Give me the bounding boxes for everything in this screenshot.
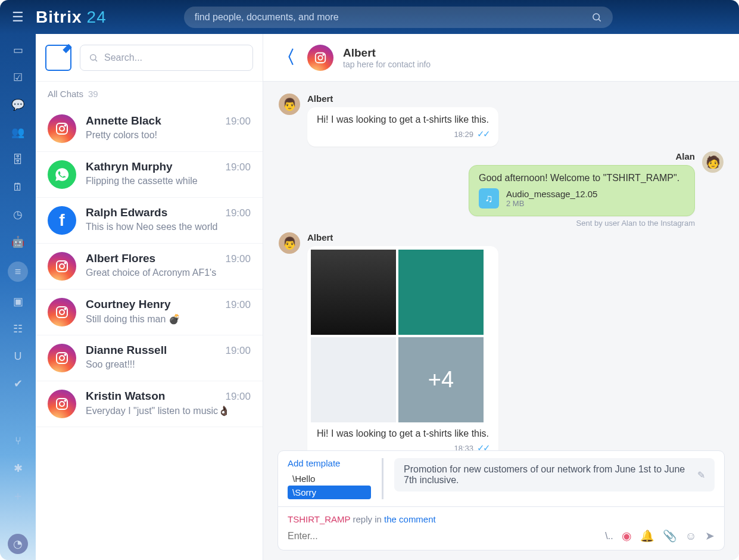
rail-feed-icon[interactable]: ▭: [8, 42, 28, 58]
chat-item[interactable]: Albert Flores19:00 Great choice of Acron…: [36, 244, 263, 290]
sender-avatar: 👨: [279, 94, 300, 115]
chat-time: 19:00: [225, 253, 251, 265]
rail-chat-icon[interactable]: 💬: [8, 97, 28, 113]
rail-contact-icon[interactable]: ☷: [8, 321, 28, 337]
template-preview-text: Promotion for new customers of our netwo…: [404, 464, 691, 486]
template-trigger-icon[interactable]: \..: [605, 531, 613, 542]
rail-check-icon[interactable]: ✔: [8, 376, 28, 391]
reply-brand: TSHIRT_RAMP: [288, 514, 350, 524]
svg-point-15: [65, 354, 66, 356]
image-thumbnail[interactable]: [311, 250, 396, 335]
brand-logo[interactable]: Bitrix 24: [36, 8, 107, 27]
rail-sitemap-icon[interactable]: ⑂: [8, 433, 28, 449]
chat-filter-row[interactable]: All Chats 39: [36, 82, 263, 106]
chat-time: 19:00: [225, 299, 251, 311]
message-time: 18:29: [454, 130, 473, 139]
read-ticks-icon: ✓✓: [477, 443, 489, 450]
svg-point-2: [91, 54, 96, 60]
attachment-icon[interactable]: 📎: [663, 529, 677, 543]
svg-point-9: [65, 263, 66, 264]
svg-point-21: [323, 54, 324, 55]
chat-time: 19:00: [225, 116, 251, 127]
chat-name: Courtney Henry: [86, 298, 171, 311]
image-grid[interactable]: +4: [311, 250, 484, 422]
message-thread: 👨 Albert Hi! I was looking to get a t-sh…: [263, 82, 739, 450]
rail-drive-icon[interactable]: 🗄: [8, 152, 28, 167]
message-bubble[interactable]: Hi! I was looking to get a t-shirts like…: [307, 107, 498, 147]
chat-search-placeholder: Search...: [104, 52, 142, 63]
svg-line-1: [598, 19, 600, 21]
brand-suffix: 24: [87, 8, 107, 27]
template-picker: Add template \Hello\Sorry Promotion for …: [277, 450, 725, 507]
nav-rail: ▭ ☑ 💬 👥 🗄 🗓 ◷ 🤖 ≡ ▣ ☷ U ✔ ⑂ ✱ ＋ ◔: [0, 34, 36, 560]
rail-settings-icon[interactable]: ✱: [8, 461, 28, 476]
rail-calendar-icon[interactable]: 🗓: [8, 179, 28, 195]
instagram-icon: [48, 298, 76, 326]
image-more-overlay[interactable]: +4: [398, 337, 484, 422]
rail-profile-avatar[interactable]: ◔: [8, 534, 28, 554]
sender-name: Alan: [675, 151, 695, 161]
add-template-link[interactable]: Add template: [288, 458, 371, 468]
notification-icon[interactable]: 🔔: [640, 529, 654, 543]
music-note-icon: ♫: [479, 188, 499, 209]
visibility-icon[interactable]: ◉: [622, 529, 632, 543]
search-icon: [89, 53, 98, 63]
compose-button[interactable]: [45, 45, 71, 71]
chat-preview: Flipping the cassette while: [86, 176, 251, 186]
chat-item[interactable]: Kristin Watson19:00 Everyday I "just" li…: [36, 381, 263, 427]
chat-search-input[interactable]: Search...: [80, 45, 253, 71]
contact-avatar[interactable]: [307, 45, 333, 71]
global-search-placeholder: find people, documents, and more: [195, 12, 339, 23]
sender-avatar: 👨: [279, 232, 300, 254]
svg-point-18: [65, 400, 66, 402]
rail-tasks-icon[interactable]: ☑: [8, 70, 28, 85]
reply-context: TSHIRT_RAMP reply in the comment: [288, 514, 715, 524]
template-item[interactable]: \Hello: [288, 472, 371, 486]
image-thumbnail[interactable]: [311, 337, 396, 422]
top-bar: ☰ Bitrix 24 find people, documents, and …: [0, 0, 739, 34]
conversation-header: 〈 Albert tap here for contact info: [263, 34, 739, 82]
svg-point-5: [60, 126, 64, 131]
template-preview[interactable]: Promotion for new customers of our netwo…: [394, 458, 715, 491]
chat-name: Ralph Edwards: [86, 206, 167, 219]
global-search[interactable]: find people, documents, and more: [184, 7, 613, 28]
conversation-subtitle[interactable]: tap here for contact info: [343, 60, 431, 69]
instagram-icon: [48, 252, 76, 281]
image-thumbnail[interactable]: [398, 250, 484, 335]
message-bubble[interactable]: +4 Hi! I was looking to get a t-shirts l…: [307, 246, 498, 450]
menu-hamburger-icon[interactable]: ☰: [0, 10, 36, 25]
chat-preview: Great choice of Acronym AF1's: [86, 267, 251, 278]
chat-time: 19:00: [225, 345, 251, 357]
back-button[interactable]: 〈: [277, 45, 298, 70]
message-bubble[interactable]: Good afternoon! Welcome to "TSHIRT_RAMP"…: [469, 165, 695, 216]
send-button[interactable]: ➤: [705, 529, 715, 543]
chat-time: 19:00: [225, 391, 251, 403]
rail-add-icon[interactable]: ＋: [8, 488, 28, 503]
rail-people-icon[interactable]: 👥: [8, 125, 28, 140]
emoji-icon[interactable]: ☺: [685, 530, 697, 543]
chat-time: 19:00: [225, 207, 251, 219]
composer-input[interactable]: [288, 531, 597, 542]
audio-attachment[interactable]: ♫ Audio_message_12.05 2 MB: [479, 188, 685, 209]
edit-template-icon[interactable]: ✎: [697, 469, 705, 481]
chat-item[interactable]: Courtney Henry19:00 Still doing this man…: [36, 290, 263, 335]
chat-item[interactable]: Annette Black19:00 Pretty colors too!: [36, 106, 263, 152]
chat-item[interactable]: f Ralph Edwards19:00 This is how Neo see…: [36, 198, 263, 244]
reply-link[interactable]: the comment: [384, 514, 436, 524]
chat-time: 19:00: [225, 161, 251, 173]
svg-point-0: [593, 14, 600, 20]
rail-u-icon[interactable]: U: [8, 349, 28, 364]
rail-window-icon[interactable]: ▣: [8, 294, 28, 309]
template-item[interactable]: \Sorry: [288, 486, 371, 499]
sender-name: Albert: [307, 94, 498, 104]
search-icon[interactable]: [591, 12, 602, 23]
delivery-note: Sent by user Alan to the Instagram: [576, 219, 695, 228]
rail-time-icon[interactable]: ◷: [8, 207, 28, 222]
chat-item[interactable]: Kathryn Murphy19:00 Flipping the cassett…: [36, 152, 263, 198]
message-incoming: 👨 Albert +4 Hi! I was looking to get a t…: [279, 232, 724, 450]
rail-filter-icon[interactable]: ≡: [8, 262, 28, 282]
rail-android-icon[interactable]: 🤖: [8, 234, 28, 250]
chat-item[interactable]: Dianne Russell19:00 Soo great!!!: [36, 335, 263, 381]
svg-point-20: [318, 55, 322, 60]
sender-name: Albert: [307, 232, 498, 242]
